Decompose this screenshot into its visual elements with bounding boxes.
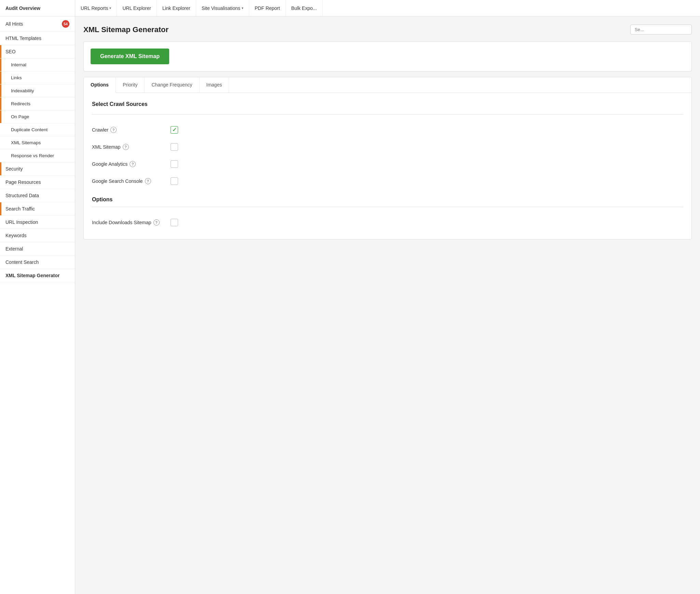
sidebar-item-redirects[interactable]: Redirects (0, 97, 75, 110)
sidebar-item-content-search[interactable]: Content Search (0, 256, 75, 269)
options-divider (92, 207, 683, 207)
sidebar-item-xml-sitemaps[interactable]: XML Sitemaps (0, 136, 75, 149)
crawl-source-label: Google Search Console? (92, 178, 167, 184)
help-icon[interactable]: ? (110, 127, 117, 133)
sidebar-item-label: URL Inspection (5, 219, 38, 225)
sidebar-item-page-resources[interactable]: Page Resources (0, 176, 75, 189)
generate-btn-container: Generate XML Sitemap (83, 41, 692, 71)
crawl-sources-title: Select Crawl Sources (92, 101, 683, 107)
sidebar-item-keywords[interactable]: Keywords (0, 229, 75, 242)
chevron-down-icon: ▾ (242, 6, 243, 10)
sidebar-item-links[interactable]: Links (0, 71, 75, 84)
checkbox-crawler[interactable] (171, 126, 178, 134)
checkbox-xml-sitemap[interactable] (171, 143, 178, 151)
checkbox-google-analytics[interactable] (171, 160, 178, 168)
options-section-title: Options (92, 197, 683, 203)
checkbox-google-search-console[interactable] (171, 177, 178, 185)
sidebar-item-label: Internal (11, 62, 26, 67)
tab-content: Select Crawl Sources Crawler?XML Sitemap… (84, 93, 691, 239)
tab-images[interactable]: Images (200, 77, 229, 93)
sidebar: All Hints54HTML TemplatesSEOInternalLink… (0, 16, 75, 594)
sidebar-item-on-page[interactable]: On Page (0, 110, 75, 123)
content-area: XML Sitemap Generator Generate XML Sitem… (75, 16, 700, 594)
sidebar-item-all-hints[interactable]: All Hints54 (0, 16, 75, 32)
option-label: Include Downloads Sitemap? (92, 219, 167, 226)
nav-item-pdf-report[interactable]: PDF Report (249, 0, 286, 16)
nav-item-bulk-expo...[interactable]: Bulk Expo... (286, 0, 323, 16)
chevron-down-icon: ▾ (109, 6, 111, 10)
sidebar-item-seo[interactable]: SEO (0, 45, 75, 58)
sidebar-item-label: Response vs Render (11, 153, 54, 158)
search-input[interactable] (630, 25, 692, 35)
crawl-source-label: Crawler? (92, 127, 167, 133)
sidebar-item-label: Content Search (5, 259, 39, 265)
crawl-source-label: XML Sitemap? (92, 144, 167, 150)
crawl-source-row: Google Search Console? (92, 173, 683, 190)
sidebar-item-html-templates[interactable]: HTML Templates (0, 32, 75, 45)
crawl-sources-list: Crawler?XML Sitemap?Google Analytics?Goo… (92, 121, 683, 190)
main-layout: All Hints54HTML TemplatesSEOInternalLink… (0, 16, 700, 594)
sidebar-item-label: Keywords (5, 233, 26, 238)
sidebar-item-label: Redirects (11, 101, 30, 106)
page-title: XML Sitemap Generator (83, 25, 169, 34)
options-list: Include Downloads Sitemap? (92, 214, 683, 231)
sidebar-item-label: All Hints (5, 21, 23, 27)
nav-item-url-explorer[interactable]: URL Explorer (117, 0, 157, 16)
sidebar-item-duplicate-content[interactable]: Duplicate Content (0, 123, 75, 136)
nav-item-site-visualisations[interactable]: Site Visualisations▾ (196, 0, 249, 16)
sidebar-item-label: Security (5, 166, 23, 172)
sidebar-item-label: SEO (5, 49, 16, 54)
page-header: XML Sitemap Generator (83, 25, 692, 35)
sidebar-item-label: Search Traffic (5, 206, 35, 212)
sidebar-item-search-traffic[interactable]: Search Traffic (0, 202, 75, 216)
sidebar-item-response-vs-render[interactable]: Response vs Render (0, 149, 75, 162)
sidebar-item-label: On Page (11, 114, 29, 119)
crawl-source-row: XML Sitemap? (92, 138, 683, 156)
sidebar-item-url-inspection[interactable]: URL Inspection (0, 216, 75, 229)
crawl-source-label: Google Analytics? (92, 161, 167, 167)
sidebar-item-external[interactable]: External (0, 242, 75, 256)
tab-priority[interactable]: Priority (116, 77, 145, 93)
tabs-container: OptionsPriorityChange FrequencyImages Se… (83, 77, 692, 240)
sidebar-item-label: Structured Data (5, 193, 39, 198)
help-icon[interactable]: ? (123, 144, 129, 150)
help-icon[interactable]: ? (130, 161, 136, 167)
sidebar-item-structured-data[interactable]: Structured Data (0, 189, 75, 202)
sidebar-item-label: Duplicate Content (11, 127, 48, 132)
nav-item-url-reports[interactable]: URL Reports▾ (75, 0, 117, 16)
sidebar-item-security[interactable]: Security (0, 162, 75, 176)
crawl-sources-divider (92, 114, 683, 114)
sidebar-item-label: Links (11, 75, 22, 80)
checkbox-include-downloads-sitemap[interactable] (171, 219, 178, 226)
option-row: Include Downloads Sitemap? (92, 214, 683, 231)
sidebar-item-indexability[interactable]: Indexability (0, 84, 75, 97)
sidebar-item-label: XML Sitemaps (11, 140, 41, 145)
crawl-source-row: Crawler? (92, 121, 683, 138)
sidebar-item-label: Page Resources (5, 179, 41, 185)
sidebar-item-internal[interactable]: Internal (0, 58, 75, 71)
sidebar-item-xml-sitemap-generator[interactable]: XML Sitemap Generator (0, 269, 75, 282)
top-nav: Audit Overview URL Reports▾URL ExplorerL… (0, 0, 700, 16)
generate-xml-sitemap-button[interactable]: Generate XML Sitemap (91, 49, 169, 64)
audit-overview-label: Audit Overview (0, 0, 75, 16)
sidebar-item-label: HTML Templates (5, 36, 41, 41)
tabs-header: OptionsPriorityChange FrequencyImages (84, 77, 691, 93)
top-nav-items: URL Reports▾URL ExplorerLink ExplorerSit… (75, 0, 700, 16)
sidebar-item-label: External (5, 246, 23, 252)
nav-item-link-explorer[interactable]: Link Explorer (157, 0, 196, 16)
help-icon[interactable]: ? (153, 219, 160, 226)
help-icon[interactable]: ? (145, 178, 151, 184)
tab-change-frequency[interactable]: Change Frequency (145, 77, 199, 93)
sidebar-badge: 54 (62, 20, 69, 28)
sidebar-item-label: XML Sitemap Generator (5, 273, 59, 278)
tab-options[interactable]: Options (84, 77, 116, 93)
sidebar-item-label: Indexability (11, 88, 34, 93)
crawl-source-row: Google Analytics? (92, 156, 683, 173)
